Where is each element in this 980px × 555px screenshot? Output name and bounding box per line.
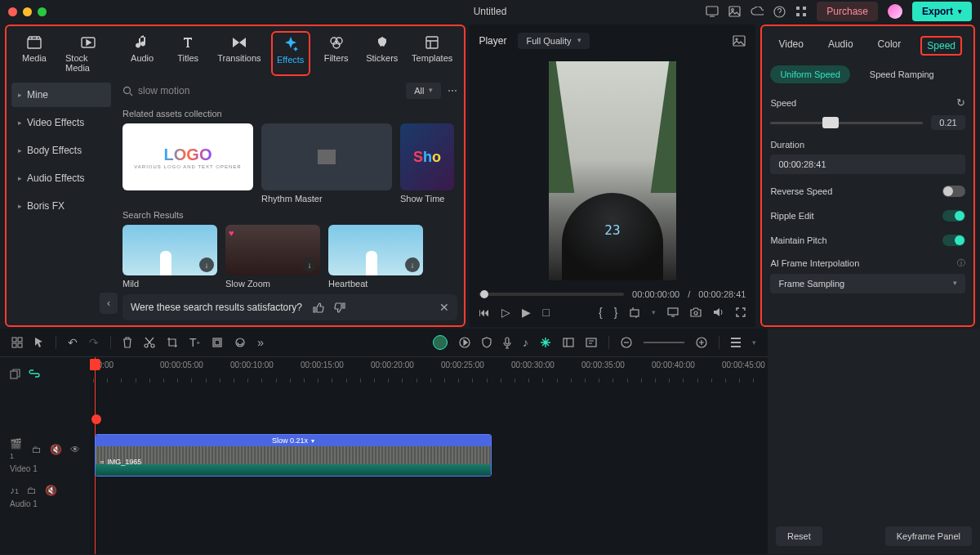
mic-icon[interactable] [503,337,511,349]
asset-logo-display[interactable]: LOGOVARIOUS LOGO AND TEXT OPENERLogo Dis… [122,123,253,204]
time-ruler[interactable]: 00:00 00:00:05:00 00:00:10:00 00:00:15:0… [90,357,768,390]
play-timeline-icon[interactable] [459,337,470,348]
minimize-window[interactable] [23,7,32,16]
audio-track[interactable] [90,480,768,512]
mark-in-icon[interactable]: { [599,306,603,319]
info-icon[interactable]: ⓘ [957,257,965,269]
mark-out-icon[interactable]: } [614,306,618,319]
close-icon[interactable]: ✕ [439,301,449,314]
device-icon[interactable] [706,6,719,17]
tab-audio[interactable]: Audio [122,31,162,76]
download-icon[interactable]: ↓ [302,257,317,272]
uniform-speed-mode[interactable]: Uniform Speed [770,65,849,83]
reset-speed-icon[interactable]: ↻ [956,96,965,109]
text-tool-icon[interactable]: T+ [189,336,200,349]
tab-templates[interactable]: Templates [408,31,457,76]
video-preview[interactable]: 23 [549,61,676,280]
purchase-button[interactable]: Purchase [817,2,878,21]
cloud-icon[interactable] [751,7,764,16]
asset-rhythm-master[interactable]: Rhythm Master [261,123,392,204]
pointer-icon[interactable] [34,337,44,348]
prev-frame-icon[interactable]: ⏮ [479,306,490,319]
playhead-handle[interactable] [90,359,100,370]
ripple-edit-toggle[interactable] [942,210,965,222]
maintain-pitch-toggle[interactable] [942,235,965,246]
snapshot-icon[interactable] [733,35,746,47]
sidebar-item-body-effects[interactable]: ▸Body Effects [11,138,111,163]
track-visible-icon[interactable]: 👁 [70,438,80,461]
apps-icon[interactable] [795,6,807,17]
frame-icon[interactable] [212,337,223,348]
fullscreen-icon[interactable] [736,307,746,317]
result-mild[interactable]: ↓ Mild [122,225,217,289]
camera-icon[interactable] [690,307,702,317]
filter-dropdown[interactable]: All▾ [406,83,441,99]
more-tools-icon[interactable]: » [257,336,264,349]
undo-icon[interactable]: ↶ [68,336,78,349]
zoom-in-icon[interactable] [696,337,707,348]
tab-stock-media[interactable]: Stock Media [60,31,116,76]
zoom-slider[interactable] [644,342,684,343]
back-button[interactable]: ‹ [100,293,118,314]
speed-slider[interactable] [770,122,923,124]
adjust-icon[interactable] [563,338,574,347]
speed-value[interactable]: 0.21 [931,115,965,130]
marker-icon[interactable] [91,414,101,424]
crop-icon[interactable] [629,307,640,318]
speed-ramping-mode[interactable]: Speed Ramping [860,65,944,83]
redo-icon[interactable]: ↷ [89,336,99,349]
tab-audio[interactable]: Audio [823,36,858,56]
download-icon[interactable]: ↓ [199,257,214,272]
link-tracks-icon[interactable] [29,369,40,378]
sidebar-item-video-effects[interactable]: ▸Video Effects [11,110,111,135]
display-icon[interactable] [667,307,679,317]
tab-stickers[interactable]: Stickers [363,31,402,76]
music-icon[interactable]: ♪ [523,336,528,349]
close-window[interactable] [8,7,17,16]
view-mode-icon[interactable] [731,338,741,347]
crop-tool-icon[interactable] [167,337,178,348]
track-folder-icon[interactable]: 🗀 [27,485,37,496]
grid-icon[interactable] [11,337,23,348]
result-heartbeat[interactable]: ↓ Heartbeat [328,225,423,289]
shield-icon[interactable] [482,337,492,348]
more-options-icon[interactable]: ⋯ [448,85,457,96]
sidebar-item-boris-fx[interactable]: ▸Boris FX [11,194,111,218]
volume-icon[interactable] [713,307,724,317]
result-slow-zoom[interactable]: ♥↓ Slow Zoom [225,225,320,289]
play-icon[interactable]: ▶ [522,306,531,319]
mask-icon[interactable] [234,337,246,348]
video-clip[interactable]: Slow 0.21x▾ ▫IMG_1965 [95,434,492,477]
download-icon[interactable]: ↓ [405,257,420,272]
thumbs-down-icon[interactable] [334,302,346,314]
image-icon[interactable] [728,6,741,17]
interpolation-select[interactable]: Frame Sampling▾ [770,274,965,293]
snap-icon[interactable] [540,337,551,348]
seek-bar[interactable] [479,293,624,296]
tab-media[interactable]: Media [15,31,54,76]
duration-field[interactable]: 00:00:28:41 [770,154,965,174]
asset-show-time[interactable]: Sho Show Time [400,123,454,204]
sidebar-item-mine[interactable]: ▸Mine [11,83,111,107]
tab-titles[interactable]: Titles [168,31,207,76]
track-mute-icon[interactable]: 🔇 [50,438,62,461]
track-folder-icon[interactable]: 🗀 [32,438,42,461]
tab-speed[interactable]: Speed [920,36,962,56]
marker-tool-icon[interactable] [586,338,597,347]
keyframe-panel-button[interactable]: Keyframe Panel [885,526,972,546]
cut-icon[interactable] [144,337,155,348]
delete-icon[interactable] [122,337,132,348]
thumbs-up-icon[interactable] [312,302,324,314]
help-icon[interactable] [773,6,786,18]
export-button[interactable]: Export▾ [912,2,972,21]
quality-dropdown[interactable]: Full Quality▾ [518,33,590,49]
search-input[interactable]: slow motion [122,85,399,96]
tab-transitions[interactable]: Transitions [214,31,265,76]
track-mute-icon[interactable]: 🔇 [45,485,57,496]
stop-icon[interactable]: □ [542,306,549,319]
user-avatar[interactable] [888,4,902,19]
tab-video[interactable]: Video [773,36,808,56]
video-track[interactable]: Slow 0.21x▾ ▫IMG_1965 [90,431,768,480]
timeline-tracks[interactable]: 00:00 00:00:05:00 00:00:10:00 00:00:15:0… [90,357,768,554]
reset-button[interactable]: Reset [776,526,822,546]
